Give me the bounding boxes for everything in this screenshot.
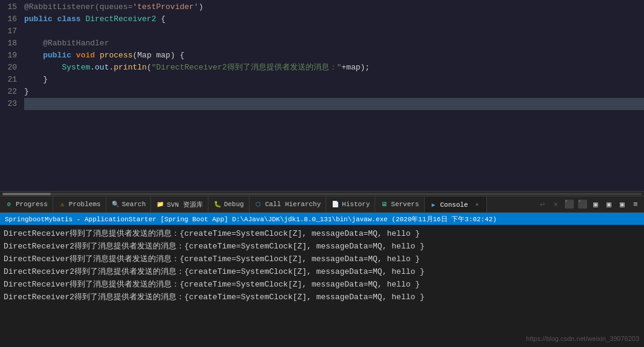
tab-problems[interactable]: ⚠ Problems bbox=[53, 196, 106, 213]
path-bar-text: SpringbootMybatis - ApplicationStarter [… bbox=[5, 215, 497, 224]
tab-svn[interactable]: 📁 SVN 资源库 bbox=[151, 196, 208, 213]
toolbar-word-wrap-icon[interactable]: ▣ bbox=[616, 198, 628, 210]
code-editor: 15 16 17 18 19 20 21 22 23 @RabbitListen… bbox=[0, 0, 644, 196]
tab-svn-label: SVN 资源库 bbox=[167, 200, 202, 209]
tab-servers[interactable]: 🖥 Servers bbox=[375, 196, 424, 213]
servers-icon: 🖥 bbox=[380, 200, 388, 209]
console-icon: ▶ bbox=[430, 201, 438, 209]
code-line-16: public class DirectReceiver2 { bbox=[24, 13, 644, 25]
code-line-21: } bbox=[24, 74, 644, 86]
console-line-4: DirectReceiver2得到了消息提供者发送的消息：{createTime… bbox=[4, 265, 640, 278]
tab-console-label: Console bbox=[440, 201, 468, 209]
tab-debug-label: Debug bbox=[224, 201, 244, 208]
tab-problems-label: Problems bbox=[69, 201, 101, 208]
console-line-1: DirectReceiver得到了消息提供者发送的消息：{createTime=… bbox=[4, 227, 640, 240]
tab-progress-label: Progress bbox=[16, 201, 48, 208]
code-line-18: @RabbitHandler bbox=[24, 37, 644, 50]
tab-callhierarchy-label: Call Hierarchy bbox=[265, 201, 321, 208]
watermark: https://blog.csdn.net/weixin_39076203 bbox=[526, 335, 639, 342]
console-line-5: DirectReceiver得到了消息提供者发送的消息：{createTime=… bbox=[4, 278, 640, 291]
bottom-panel: ⚙ Progress ⚠ Problems 🔍 Search 📁 SVN 资源库… bbox=[0, 196, 644, 347]
code-line-20: System.out.println("DirectReceiver2得到了消息… bbox=[24, 62, 644, 74]
code-content[interactable]: @RabbitListener(queues= 'testProvider') … bbox=[22, 0, 644, 191]
console-area[interactable]: DirectReceiver得到了消息提供者发送的消息：{createTime=… bbox=[0, 225, 644, 347]
console-line-2: DirectReceiver2得到了消息提供者发送的消息：{createTime… bbox=[4, 240, 640, 253]
code-area: 15 16 17 18 19 20 21 22 23 @RabbitListen… bbox=[0, 0, 644, 191]
tab-debug[interactable]: 🐛 Debug bbox=[208, 196, 250, 213]
console-close-button[interactable]: ✕ bbox=[473, 201, 481, 209]
console-output: DirectReceiver得到了消息提供者发送的消息：{createTime=… bbox=[0, 225, 644, 347]
tab-progress[interactable]: ⚙ Progress bbox=[0, 196, 53, 213]
line-numbers: 15 16 17 18 19 20 21 22 23 bbox=[0, 0, 22, 191]
toolbar-suspend-icon[interactable]: ⬛ bbox=[563, 198, 575, 210]
tabs-toolbar: ↩ ✕ ⬛ ⬛ ▣ ▣ ▣ ≡ bbox=[534, 198, 644, 210]
history-icon: 📄 bbox=[331, 200, 340, 209]
debug-icon: 🐛 bbox=[213, 200, 222, 209]
toolbar-terminate-icon[interactable]: ⬛ bbox=[576, 198, 588, 210]
path-bar: SpringbootMybatis - ApplicationStarter [… bbox=[0, 213, 644, 225]
tab-search-label: Search bbox=[122, 201, 146, 208]
tab-callhierarchy[interactable]: ⬡ Call Hierarchy bbox=[250, 196, 326, 213]
callhierarchy-icon: ⬡ bbox=[254, 200, 263, 209]
code-line-19: public void process(Map map) { bbox=[24, 50, 644, 62]
progress-icon: ⚙ bbox=[5, 200, 13, 209]
code-line-22: } bbox=[24, 86, 644, 98]
tab-servers-label: Servers bbox=[391, 201, 419, 208]
horizontal-scrollbar[interactable] bbox=[0, 191, 644, 196]
console-line-3: DirectReceiver得到了消息提供者发送的消息：{createTime=… bbox=[4, 253, 640, 265]
search-icon: 🔍 bbox=[111, 200, 120, 209]
toolbar-stop-icon[interactable]: ✕ bbox=[550, 198, 562, 210]
console-line-6: DirectReceiver2得到了消息提供者发送的消息：{createTime… bbox=[4, 291, 640, 303]
tab-search[interactable]: 🔍 Search bbox=[106, 196, 152, 213]
code-line-23 bbox=[24, 98, 644, 110]
code-line-15: @RabbitListener(queues= 'testProvider') bbox=[24, 1, 644, 13]
toolbar-menu-icon[interactable]: ≡ bbox=[630, 198, 642, 210]
toolbar-clear-icon[interactable]: ▣ bbox=[590, 198, 602, 210]
tab-history[interactable]: 📄 History bbox=[326, 196, 375, 213]
tabs-bar: ⚙ Progress ⚠ Problems 🔍 Search 📁 SVN 资源库… bbox=[0, 196, 644, 213]
problems-icon: ⚠ bbox=[58, 200, 66, 209]
tab-history-label: History bbox=[342, 201, 370, 208]
tab-console[interactable]: ▶ Console ✕ bbox=[425, 196, 487, 213]
toolbar-back-icon[interactable]: ↩ bbox=[536, 198, 549, 210]
svn-icon: 📁 bbox=[156, 200, 164, 209]
toolbar-scroll-lock-icon[interactable]: ▣ bbox=[603, 198, 615, 210]
code-line-17 bbox=[24, 25, 644, 37]
